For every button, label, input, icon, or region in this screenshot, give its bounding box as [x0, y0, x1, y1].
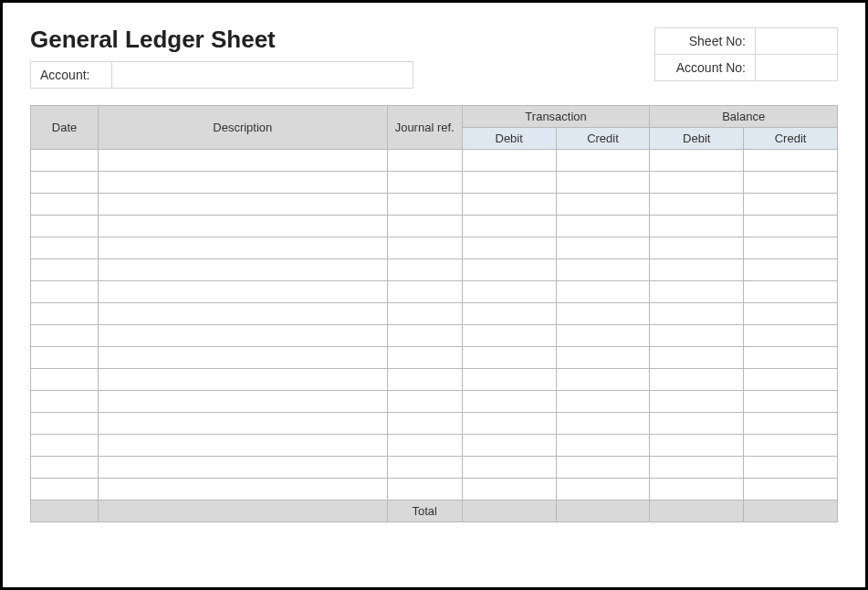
cell-t-credit[interactable]	[556, 194, 650, 216]
cell-description[interactable]	[99, 216, 388, 237]
cell-t-credit[interactable]	[556, 391, 650, 413]
account-no-input[interactable]	[756, 55, 838, 81]
cell-description[interactable]	[99, 237, 388, 259]
cell-journal-ref[interactable]	[387, 281, 462, 303]
account-input[interactable]	[112, 61, 413, 89]
cell-date[interactable]	[31, 325, 99, 347]
cell-date[interactable]	[31, 172, 99, 194]
cell-date[interactable]	[31, 216, 99, 237]
cell-b-credit[interactable]	[744, 391, 838, 413]
cell-journal-ref[interactable]	[387, 303, 462, 325]
cell-description[interactable]	[99, 150, 388, 172]
cell-date[interactable]	[31, 391, 99, 413]
cell-date[interactable]	[31, 281, 99, 303]
cell-journal-ref[interactable]	[387, 259, 462, 281]
cell-date[interactable]	[31, 435, 99, 457]
cell-journal-ref[interactable]	[387, 237, 462, 259]
cell-b-credit[interactable]	[744, 325, 838, 347]
cell-t-debit[interactable]	[462, 347, 556, 369]
cell-t-debit[interactable]	[462, 435, 556, 457]
cell-t-credit[interactable]	[556, 369, 650, 391]
cell-t-debit[interactable]	[462, 303, 556, 325]
cell-description[interactable]	[99, 303, 388, 325]
cell-description[interactable]	[99, 413, 388, 435]
cell-b-credit[interactable]	[744, 369, 838, 391]
cell-b-debit[interactable]	[650, 281, 744, 303]
cell-description[interactable]	[99, 172, 388, 194]
cell-journal-ref[interactable]	[387, 369, 462, 391]
cell-journal-ref[interactable]	[387, 172, 462, 194]
cell-journal-ref[interactable]	[387, 325, 462, 347]
cell-b-credit[interactable]	[744, 457, 838, 479]
cell-journal-ref[interactable]	[387, 413, 462, 435]
cell-t-debit[interactable]	[462, 369, 556, 391]
cell-t-credit[interactable]	[556, 216, 650, 237]
cell-b-credit[interactable]	[744, 347, 838, 369]
cell-journal-ref[interactable]	[387, 479, 462, 500]
cell-t-credit[interactable]	[556, 457, 650, 479]
cell-b-debit[interactable]	[650, 369, 744, 391]
cell-description[interactable]	[99, 194, 388, 216]
cell-date[interactable]	[31, 369, 99, 391]
cell-b-credit[interactable]	[744, 303, 838, 325]
cell-description[interactable]	[99, 281, 388, 303]
cell-t-debit[interactable]	[462, 457, 556, 479]
cell-description[interactable]	[99, 369, 388, 391]
cell-journal-ref[interactable]	[387, 150, 462, 172]
cell-t-debit[interactable]	[462, 413, 556, 435]
cell-b-credit[interactable]	[744, 172, 838, 194]
cell-t-debit[interactable]	[462, 172, 556, 194]
cell-journal-ref[interactable]	[387, 194, 462, 216]
cell-t-debit[interactable]	[462, 325, 556, 347]
cell-journal-ref[interactable]	[387, 391, 462, 413]
sheet-no-input[interactable]	[756, 28, 838, 55]
cell-b-debit[interactable]	[650, 259, 744, 281]
cell-description[interactable]	[99, 325, 388, 347]
cell-t-debit[interactable]	[462, 216, 556, 237]
cell-b-debit[interactable]	[650, 172, 744, 194]
cell-t-debit[interactable]	[462, 259, 556, 281]
cell-b-debit[interactable]	[650, 303, 744, 325]
cell-b-debit[interactable]	[650, 457, 744, 479]
cell-journal-ref[interactable]	[387, 435, 462, 457]
cell-date[interactable]	[31, 259, 99, 281]
cell-t-credit[interactable]	[556, 347, 650, 369]
cell-b-debit[interactable]	[650, 150, 744, 172]
cell-b-credit[interactable]	[744, 216, 838, 237]
cell-t-credit[interactable]	[556, 303, 650, 325]
cell-b-debit[interactable]	[650, 479, 744, 500]
cell-b-credit[interactable]	[744, 435, 838, 457]
cell-description[interactable]	[99, 391, 388, 413]
cell-b-credit[interactable]	[744, 150, 838, 172]
cell-date[interactable]	[31, 237, 99, 259]
cell-b-credit[interactable]	[744, 259, 838, 281]
cell-t-credit[interactable]	[556, 479, 650, 500]
cell-b-debit[interactable]	[650, 325, 744, 347]
cell-description[interactable]	[99, 347, 388, 369]
cell-t-credit[interactable]	[556, 435, 650, 457]
cell-date[interactable]	[31, 194, 99, 216]
cell-b-debit[interactable]	[650, 347, 744, 369]
cell-t-debit[interactable]	[462, 479, 556, 500]
cell-t-credit[interactable]	[556, 259, 650, 281]
cell-b-credit[interactable]	[744, 281, 838, 303]
cell-b-credit[interactable]	[744, 479, 838, 500]
cell-t-credit[interactable]	[556, 172, 650, 194]
cell-t-credit[interactable]	[556, 281, 650, 303]
cell-t-credit[interactable]	[556, 150, 650, 172]
cell-date[interactable]	[31, 150, 99, 172]
cell-description[interactable]	[99, 259, 388, 281]
cell-journal-ref[interactable]	[387, 216, 462, 237]
cell-t-credit[interactable]	[556, 325, 650, 347]
cell-date[interactable]	[31, 479, 99, 500]
cell-b-debit[interactable]	[650, 391, 744, 413]
cell-b-credit[interactable]	[744, 413, 838, 435]
cell-b-credit[interactable]	[744, 194, 838, 216]
cell-t-debit[interactable]	[462, 391, 556, 413]
cell-date[interactable]	[31, 457, 99, 479]
cell-b-debit[interactable]	[650, 413, 744, 435]
cell-date[interactable]	[31, 303, 99, 325]
cell-description[interactable]	[99, 479, 388, 500]
cell-b-debit[interactable]	[650, 435, 744, 457]
cell-description[interactable]	[99, 457, 388, 479]
